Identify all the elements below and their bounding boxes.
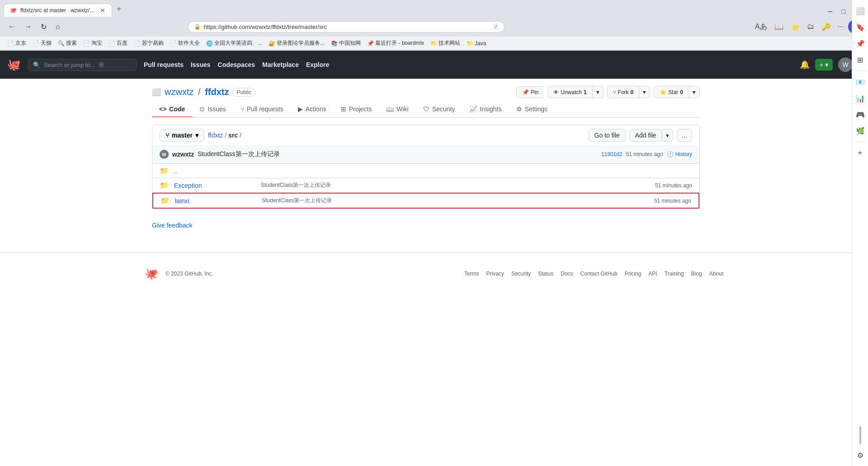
footer-link-status[interactable]: Status [538,271,553,277]
bookmark-tech[interactable]: 📁 技术网站 [429,38,462,48]
edge-outlook-button[interactable]: 📧 [853,75,868,89]
commit-author-link[interactable]: wzwxtz [172,151,194,158]
footer-link-pricing[interactable]: Pricing [625,271,642,277]
reader-button[interactable]: 📖 [772,21,786,33]
forward-button[interactable]: → [22,21,34,33]
bookmark-jd[interactable]: 📄 京东 [5,38,28,48]
footer-link-privacy[interactable]: Privacy [486,271,504,277]
bookmark-search[interactable]: 🔍 搜索 [56,38,79,48]
nav-explore[interactable]: Explore [306,61,329,68]
home-button[interactable]: ⌂ [53,21,63,33]
bookmark-suning[interactable]: 📄 苏宁易购 [132,38,165,48]
active-tab[interactable]: 🐙 ffdxtz/src at master · wzwxtz/ffd... ✕ [4,4,112,17]
search-icon: 🔍 [33,62,40,68]
search-bar[interactable]: 🔍 Search or jump to... / [28,59,137,71]
footer-link-about[interactable]: About [709,271,723,277]
go-to-file-button[interactable]: Go to file [589,129,626,142]
more-tools-button[interactable]: ··· [835,21,846,33]
star-button[interactable]: ⭐ Star 0 [654,86,689,98]
repo-link[interactable]: ffdxtz [205,87,229,97]
footer-link-terms[interactable]: Terms [464,271,479,277]
commit-hash-link[interactable]: 11901d2 [601,151,623,157]
visibility-badge: Public [232,88,255,97]
tab-favicon: 🐙 [9,7,17,14]
folder-link-exception[interactable]: Exception [174,182,255,189]
tab-security[interactable]: 🛡 Security [416,102,462,117]
collections-button[interactable]: 🗂 [804,21,817,33]
fork-dropdown-button[interactable]: ▾ [639,86,650,98]
unwatch-button[interactable]: 👁 Unwatch 1 [547,86,592,98]
bookmark-baidu[interactable]: 📄 百度 [107,38,129,48]
file-toolbar: ⑂ master ▾ ffdxtz / src / Go to file Add… [152,125,699,145]
add-file-dropdown-button[interactable]: ▾ [662,129,673,142]
tab-code[interactable]: <> Code [152,102,192,117]
edge-workspaces-button[interactable]: ⊞ [853,52,868,67]
tab-projects[interactable]: ⊞ Projects [334,102,379,117]
tab-actions[interactable]: ▶ Actions [291,102,334,117]
bookmark-english[interactable]: 🌐 全国大学英语四、... [204,38,264,48]
tab-pull-requests[interactable]: ⑂ Pull requests [233,102,291,117]
edge-copilot-button[interactable]: ⬜ [853,4,868,18]
footer-link-training[interactable]: Training [665,271,684,277]
tab-wiki[interactable]: 📖 Wiki [379,102,415,117]
edge-office-button[interactable]: 📊 [853,91,868,105]
bookmark-software[interactable]: 📄 软件大全 [168,38,202,48]
create-new-button[interactable]: +▾ [815,59,833,71]
bookmark-taobao[interactable]: 📄 淘宝 [81,38,104,48]
bookmark-tulon[interactable]: 🔐 登录图论学员服务... [267,38,326,48]
add-file-button[interactable]: Add file [629,129,662,142]
bookmark-cnki[interactable]: 📚 中国知网 [329,38,363,48]
maximize-button[interactable]: □ [839,6,848,17]
path-repo-link[interactable]: ffdxtz [208,132,223,139]
bookmark-boardmix[interactable]: 📌 最近打开 - boardmix [365,38,426,48]
notification-bell-icon[interactable]: 🔔 [800,60,810,70]
branch-selector[interactable]: ⑂ master ▾ [160,129,204,142]
unwatch-dropdown-button[interactable]: ▾ [592,86,604,98]
more-options-button[interactable]: ... [677,129,692,142]
path-sep-2: / [240,132,241,139]
footer-link-security[interactable]: Security [511,271,531,277]
tab-close-button[interactable]: ✕ [99,7,106,14]
back-button[interactable]: ← [5,21,18,33]
star-dropdown-button[interactable]: ▾ [689,86,700,98]
give-feedback-link[interactable]: Give feedback [152,222,193,229]
settings-button[interactable]: 🔑 [819,21,833,33]
url-input[interactable] [203,24,490,30]
folder-icon-lainxi: 📁 [160,196,170,205]
footer-link-contact[interactable]: Contact GitHub [580,271,618,277]
new-tab-button[interactable]: + [113,5,125,17]
owner-link[interactable]: wzwxtz [165,87,193,97]
give-feedback-section: Give feedback [152,216,700,234]
nav-codespaces[interactable]: Codespaces [218,61,255,68]
tab-insights[interactable]: 📈 Insights [462,102,509,117]
tab-issues[interactable]: ⊙ Issues [192,102,233,117]
footer-link-docs[interactable]: Docs [561,271,573,277]
url-bar[interactable]: 🔒 / [188,21,505,33]
edge-collections-button[interactable]: 📌 [853,36,868,51]
bookmark-tmall[interactable]: 📄 天猫 [31,38,53,48]
translate-button[interactable]: Aあ [752,20,770,33]
minimize-button[interactable]: ─ [826,6,835,17]
edge-add-button[interactable]: + [853,146,868,160]
refresh-button[interactable]: ↻ [38,21,49,33]
history-link[interactable]: 🕐 History [667,151,692,157]
nav-issues[interactable]: Issues [191,61,211,68]
edge-favorites-button[interactable]: 🔖 [853,20,868,34]
edge-tools-2-button[interactable]: 🌿 [853,124,868,138]
sidebar-divider-2 [855,142,866,142]
footer-link-blog[interactable]: Blog [691,271,702,277]
tab-settings[interactable]: ⚙ Settings [509,102,555,117]
nav-marketplace[interactable]: Marketplace [262,61,299,68]
parent-dir-link[interactable]: .. [174,167,255,175]
edge-tools-1-button[interactable]: 🎮 [853,107,868,122]
pin-button[interactable]: 📌 Pin [516,86,544,98]
fork-button[interactable]: ⑂ Fork 0 [607,86,639,98]
user-avatar[interactable]: W [838,57,853,72]
code-icon: <> [159,105,166,113]
bookmark-java[interactable]: 📁 Java [465,39,488,48]
folder-link-lainxi[interactable]: lainxi [175,197,256,204]
github-logo[interactable]: 🐙 [7,58,21,71]
nav-pull-requests[interactable]: Pull requests [144,61,184,68]
footer-link-api[interactable]: API [648,271,657,277]
favorites-button[interactable]: ⭐ [788,21,802,33]
